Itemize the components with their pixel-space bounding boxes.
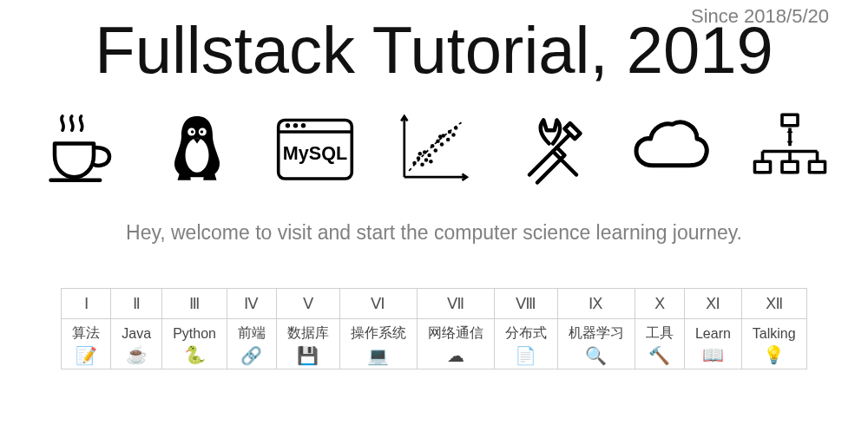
svg-point-19 (434, 148, 438, 153)
category-label: Python (173, 326, 216, 342)
welcome-text: Hey, welcome to visit and start the comp… (0, 221, 868, 245)
category-label: 分布式 (505, 324, 547, 343)
svg-point-9 (301, 123, 306, 127)
category-cell[interactable]: 操作系统 💻 (351, 324, 406, 365)
svg-point-18 (431, 144, 435, 148)
category-cell[interactable]: 分布式 📄 (505, 324, 547, 365)
svg-point-3 (190, 130, 194, 134)
col-numeral: Ⅸ (557, 289, 635, 319)
hammer-icon: 🔨 (650, 346, 669, 365)
col-numeral: Ⅱ (111, 289, 162, 319)
category-cell[interactable]: 工具 🔨 (646, 324, 674, 365)
book-icon: 📖 (703, 345, 722, 364)
floppy-disk-icon: 💾 (299, 346, 318, 365)
col-numeral: Ⅵ (339, 289, 417, 319)
category-label: 算法 (72, 324, 100, 343)
svg-point-20 (436, 140, 440, 144)
category-header-row: Ⅰ Ⅱ Ⅲ Ⅳ Ⅴ Ⅵ Ⅶ Ⅷ Ⅸ Ⅹ Ⅺ Ⅻ (62, 289, 806, 319)
magnifier-icon: 🔍 (587, 346, 606, 365)
link-icon: 🔗 (242, 346, 261, 365)
since-text: Since 2018/5/20 (691, 5, 829, 28)
svg-rect-42 (809, 161, 825, 173)
svg-point-25 (451, 133, 456, 137)
category-cell[interactable]: 网络通信 ☁ (428, 324, 483, 365)
category-cell[interactable]: Python 🐍 (173, 326, 216, 364)
category-label: Learn (695, 326, 731, 342)
bulb-icon: 💡 (765, 345, 784, 364)
snake-icon: 🐍 (185, 345, 204, 364)
cloud-icon (628, 108, 714, 186)
coffee-icon: ☕ (127, 345, 146, 364)
svg-point-7 (286, 123, 290, 127)
laptop-icon: 💻 (369, 346, 388, 365)
category-label: 工具 (646, 324, 674, 343)
category-cell[interactable]: Java ☕ (122, 326, 151, 364)
col-numeral: Ⅳ (227, 289, 276, 319)
category-table: Ⅰ Ⅱ Ⅲ Ⅳ Ⅴ Ⅵ Ⅶ Ⅷ Ⅸ Ⅹ Ⅺ Ⅻ 算法 📝 J (61, 288, 806, 369)
col-numeral: Ⅹ (635, 289, 684, 319)
network-icon (746, 108, 833, 186)
svg-point-21 (440, 142, 444, 147)
svg-point-15 (420, 163, 424, 167)
category-label: 数据库 (287, 324, 329, 343)
category-label: Java (122, 326, 151, 342)
category-cell[interactable]: 机器学习 🔍 (569, 324, 624, 365)
category-label: 机器学习 (569, 324, 624, 343)
svg-rect-38 (754, 161, 770, 173)
coffee-cup-icon (35, 108, 122, 186)
svg-point-26 (454, 126, 458, 130)
svg-point-16 (423, 150, 427, 154)
svg-point-13 (412, 161, 417, 166)
category-label: 前端 (238, 324, 266, 343)
hero-icon-row: MySQL (0, 88, 868, 195)
category-label: Talking (753, 326, 796, 342)
category-cell[interactable]: 算法 📝 (72, 324, 100, 365)
category-cell[interactable]: 数据库 💾 (287, 324, 329, 365)
svg-rect-40 (782, 161, 798, 173)
svg-text:MySQL: MySQL (283, 142, 347, 164)
svg-point-17 (427, 154, 431, 158)
category-cell[interactable]: Learn 📖 (695, 326, 731, 364)
col-numeral: Ⅻ (741, 289, 806, 319)
cloud-icon: ☁ (446, 346, 465, 365)
svg-point-8 (293, 123, 298, 127)
svg-point-4 (200, 130, 203, 134)
svg-point-30 (438, 134, 443, 139)
col-numeral: Ⅴ (276, 289, 339, 319)
svg-point-23 (446, 138, 450, 142)
memo-icon: 📝 (76, 346, 95, 365)
col-numeral: Ⅲ (162, 289, 227, 319)
col-numeral: Ⅰ (62, 289, 111, 319)
tools-icon (510, 108, 596, 186)
mysql-icon: MySQL (272, 108, 358, 186)
penguin-icon (154, 108, 240, 186)
page-icon: 📄 (516, 346, 536, 365)
svg-point-14 (417, 156, 421, 160)
col-numeral: Ⅷ (494, 289, 557, 319)
col-numeral: Ⅺ (684, 289, 741, 319)
svg-rect-31 (782, 114, 798, 126)
category-cell[interactable]: Talking 💡 (753, 326, 796, 364)
category-body-row: 算法 📝 Java ☕ Python 🐍 前端 🔗 数据库 💾 (62, 319, 806, 369)
category-cell[interactable]: 前端 🔗 (238, 324, 266, 365)
scatter-chart-icon (391, 108, 477, 186)
category-label: 操作系统 (351, 324, 406, 343)
svg-point-24 (448, 130, 452, 134)
category-label: 网络通信 (428, 324, 483, 343)
svg-point-28 (418, 152, 423, 156)
svg-point-27 (424, 158, 429, 162)
col-numeral: Ⅶ (417, 289, 494, 319)
svg-point-29 (429, 160, 433, 164)
